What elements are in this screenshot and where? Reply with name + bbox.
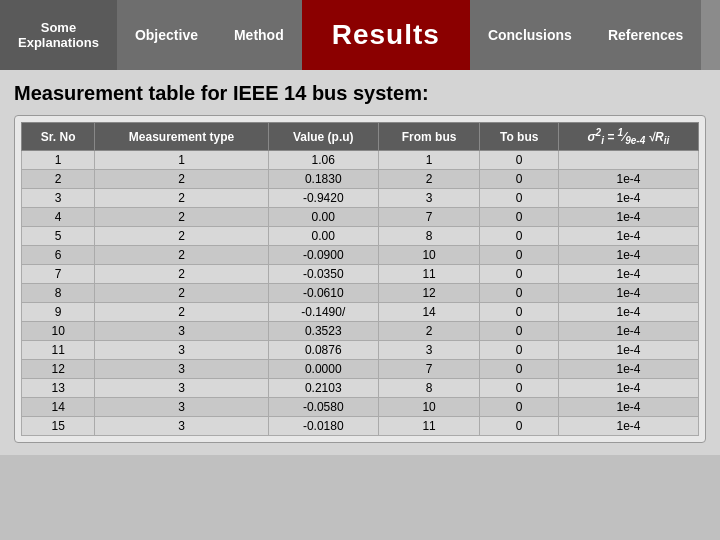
- table-cell: 14: [22, 398, 95, 417]
- table-cell: 5: [22, 227, 95, 246]
- table-cell: 1e-4: [558, 189, 698, 208]
- table-cell: 0.00: [268, 227, 378, 246]
- table-cell: 0: [480, 208, 559, 227]
- table-cell: 0: [480, 246, 559, 265]
- table-cell: -0.0180: [268, 417, 378, 436]
- table-cell: 0: [480, 189, 559, 208]
- table-cell: 2: [95, 265, 268, 284]
- table-header-row: Sr. No Measurement type Value (p.u) From…: [22, 123, 699, 151]
- table-cell: -0.0580: [268, 398, 378, 417]
- table-cell: 0: [480, 151, 559, 170]
- nav-item-objective[interactable]: Objective: [117, 0, 216, 70]
- table-cell: 3: [378, 189, 480, 208]
- table-cell: 2: [378, 322, 480, 341]
- nav-item-method[interactable]: Method: [216, 0, 302, 70]
- table-cell: 11: [22, 341, 95, 360]
- nav-label-conclusions: Conclusions: [488, 27, 572, 43]
- table-cell: 3: [95, 379, 268, 398]
- table-cell: 3: [95, 360, 268, 379]
- table-cell: 12: [378, 284, 480, 303]
- table-row: 220.1830201e-4: [22, 170, 699, 189]
- table-cell: 4: [22, 208, 95, 227]
- table-cell: 2: [95, 227, 268, 246]
- table-cell: 0: [480, 322, 559, 341]
- table-cell: 2: [95, 303, 268, 322]
- table-cell: 0.0000: [268, 360, 378, 379]
- table-cell: 10: [378, 246, 480, 265]
- table-cell: 13: [22, 379, 95, 398]
- table-cell: 3: [95, 341, 268, 360]
- table-row: 1230.0000701e-4: [22, 360, 699, 379]
- table-cell: 8: [22, 284, 95, 303]
- table-cell: -0.0610: [268, 284, 378, 303]
- table-cell: 1e-4: [558, 360, 698, 379]
- table-cell: 1e-4: [558, 322, 698, 341]
- section-title: Measurement table for IEEE 14 bus system…: [14, 82, 706, 105]
- table-cell: 3: [378, 341, 480, 360]
- table-cell: 0: [480, 227, 559, 246]
- table-cell: 0.1830: [268, 170, 378, 189]
- table-cell: 1e-4: [558, 417, 698, 436]
- table-cell: 3: [95, 322, 268, 341]
- table-cell: 0.3523: [268, 322, 378, 341]
- table-cell: 1e-4: [558, 379, 698, 398]
- table-cell: 2: [22, 170, 95, 189]
- table-cell: 7: [22, 265, 95, 284]
- nav-label-method: Method: [234, 27, 284, 43]
- table-row: 1130.0876301e-4: [22, 341, 699, 360]
- table-cell: 7: [378, 208, 480, 227]
- table-cell: [558, 151, 698, 170]
- table-cell: 1e-4: [558, 170, 698, 189]
- nav-item-conclusions[interactable]: Conclusions: [470, 0, 590, 70]
- table-cell: 1e-4: [558, 341, 698, 360]
- col-header-value: Value (p.u): [268, 123, 378, 151]
- table-cell: 10: [378, 398, 480, 417]
- table-cell: 8: [378, 379, 480, 398]
- table-row: 153-0.01801101e-4: [22, 417, 699, 436]
- table-cell: 0: [480, 398, 559, 417]
- table-cell: 11: [378, 417, 480, 436]
- table-cell: 0: [480, 341, 559, 360]
- table-cell: 1: [95, 151, 268, 170]
- table-cell: 1: [378, 151, 480, 170]
- table-cell: -0.1490/: [268, 303, 378, 322]
- col-header-frombus: From bus: [378, 123, 480, 151]
- table-row: 32-0.9420301e-4: [22, 189, 699, 208]
- table-cell: 8: [378, 227, 480, 246]
- table-cell: 0: [480, 265, 559, 284]
- table-row: 520.00801e-4: [22, 227, 699, 246]
- nav-item-references[interactable]: References: [590, 0, 702, 70]
- nav-item-results[interactable]: Results: [302, 0, 470, 70]
- col-header-formula: σ2i = 1⁄9e‑4 √Rii: [558, 123, 698, 151]
- table-row: 62-0.09001001e-4: [22, 246, 699, 265]
- table-cell: 0: [480, 170, 559, 189]
- main-content: Measurement table for IEEE 14 bus system…: [0, 70, 720, 455]
- table-cell: 2: [95, 246, 268, 265]
- table-cell: 10: [22, 322, 95, 341]
- nav-label-some-explanations: Some Explanations: [18, 20, 99, 50]
- table-row: 111.0610: [22, 151, 699, 170]
- table-cell: 3: [95, 398, 268, 417]
- table-cell: 2: [95, 170, 268, 189]
- table-cell: 12: [22, 360, 95, 379]
- table-cell: 0.2103: [268, 379, 378, 398]
- table-cell: 15: [22, 417, 95, 436]
- table-cell: 2: [378, 170, 480, 189]
- table-cell: 6: [22, 246, 95, 265]
- table-cell: 2: [95, 284, 268, 303]
- table-cell: 1: [22, 151, 95, 170]
- table-cell: 0: [480, 284, 559, 303]
- measurement-table: Sr. No Measurement type Value (p.u) From…: [21, 122, 699, 436]
- table-cell: 2: [95, 208, 268, 227]
- nav-item-some-explanations[interactable]: Some Explanations: [0, 0, 117, 70]
- table-cell: 1e-4: [558, 265, 698, 284]
- col-header-tobus: To bus: [480, 123, 559, 151]
- table-cell: 0: [480, 379, 559, 398]
- table-cell: 1e-4: [558, 208, 698, 227]
- table-cell: -0.0350: [268, 265, 378, 284]
- table-row: 82-0.06101201e-4: [22, 284, 699, 303]
- table-cell: 11: [378, 265, 480, 284]
- table-cell: 7: [378, 360, 480, 379]
- table-row: 1030.3523201e-4: [22, 322, 699, 341]
- table-cell: -0.9420: [268, 189, 378, 208]
